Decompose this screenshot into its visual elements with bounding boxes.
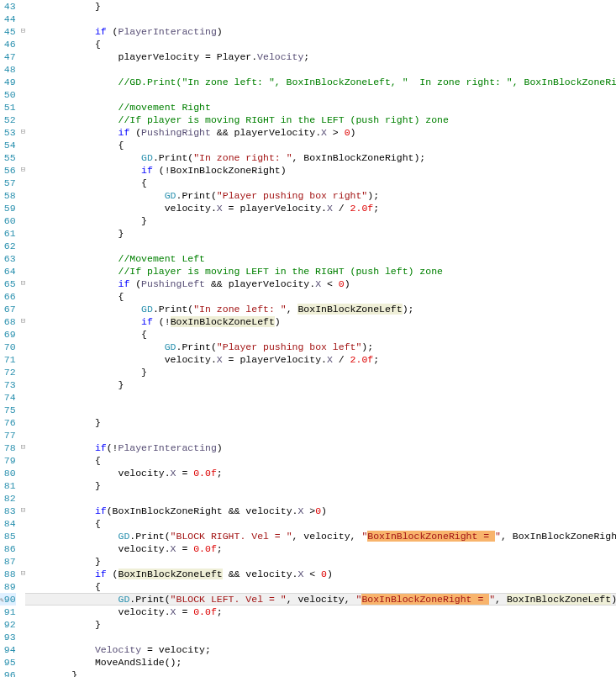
code-line[interactable]: {: [25, 38, 616, 50]
code-line[interactable]: [25, 391, 616, 404]
line-number[interactable]: 57: [0, 177, 16, 189]
line-number[interactable]: 52: [0, 114, 16, 126]
line-number[interactable]: 45: [0, 25, 16, 38]
code-line[interactable]: velocity.X = 0.0f;: [25, 542, 616, 555]
code-line[interactable]: {: [25, 177, 616, 189]
code-area[interactable]: } if (PlayerInteracting) { playerVelocit…: [25, 0, 616, 677]
code-line[interactable]: }: [25, 227, 616, 240]
code-line[interactable]: GD.Print("Player pushing box left");: [25, 341, 616, 353]
code-line[interactable]: velocity.X = 0.0f;: [25, 467, 616, 479]
code-line[interactable]: if (!BoxInBlockZoneLeft): [25, 315, 616, 328]
line-number-gutter[interactable]: 4344454647484950515253545556575859606162…: [0, 0, 21, 677]
code-line[interactable]: //movement Right: [25, 101, 616, 114]
line-number[interactable]: 83: [0, 505, 16, 517]
code-line[interactable]: GD.Print("In zone right: ", BoxInBlockZo…: [25, 151, 616, 164]
line-number[interactable]: 70: [0, 341, 16, 353]
line-number[interactable]: 48: [0, 63, 16, 76]
line-number[interactable]: 56: [0, 164, 16, 177]
code-line[interactable]: }: [25, 416, 616, 429]
code-line[interactable]: //If player is moving LEFT in the RIGHT …: [25, 265, 616, 278]
code-line[interactable]: if(!PlayerInteracting): [25, 442, 616, 454]
code-line[interactable]: playerVelocity = Player.Velocity;: [25, 50, 616, 63]
code-line[interactable]: GD.Print("BLOCK LEFT. Vel = ", velocity,…: [25, 593, 616, 606]
line-number[interactable]: 62: [0, 240, 16, 252]
code-line[interactable]: GD.Print("BLOCK RIGHT. Vel = ", velocity…: [25, 530, 616, 542]
line-number[interactable]: 67: [0, 303, 16, 315]
code-line[interactable]: {: [25, 290, 616, 303]
line-number[interactable]: 55: [0, 151, 16, 164]
line-number[interactable]: 93: [0, 631, 16, 643]
line-number[interactable]: 80: [0, 467, 16, 479]
line-number[interactable]: 50: [0, 88, 16, 101]
code-editor[interactable]: 4344454647484950515253545556575859606162…: [0, 0, 616, 677]
line-number[interactable]: 92: [0, 618, 16, 631]
code-line[interactable]: GD.Print("Player pushing box right");: [25, 189, 616, 202]
line-number[interactable]: 58: [0, 189, 16, 202]
line-number[interactable]: 43: [0, 0, 16, 13]
code-line[interactable]: if(BoxInBlockZoneRight && velocity.X >0): [25, 505, 616, 517]
code-line[interactable]: velocity.X = playerVelocity.X / 2.0f;: [25, 202, 616, 214]
code-line[interactable]: velocity.X = 0.0f;: [25, 606, 616, 618]
line-number[interactable]: 89: [0, 580, 16, 593]
line-number[interactable]: 54: [0, 139, 16, 151]
line-number[interactable]: 74: [0, 391, 16, 404]
code-line[interactable]: [25, 240, 616, 252]
line-number[interactable]: 82: [0, 492, 16, 505]
line-number[interactable]: ✎90: [0, 593, 16, 606]
line-number[interactable]: 94: [0, 643, 16, 656]
code-line[interactable]: {: [25, 454, 616, 467]
line-number[interactable]: 77: [0, 429, 16, 442]
line-number[interactable]: 71: [0, 353, 16, 366]
code-line[interactable]: [25, 404, 616, 416]
code-line[interactable]: {: [25, 328, 616, 341]
code-line[interactable]: }: [25, 378, 616, 391]
code-line[interactable]: [25, 631, 616, 643]
code-line[interactable]: [25, 63, 616, 76]
code-line[interactable]: if (BoxInBlockZoneLeft && velocity.X < 0…: [25, 568, 616, 580]
line-number[interactable]: 66: [0, 290, 16, 303]
line-number[interactable]: 87: [0, 555, 16, 568]
code-line[interactable]: }: [25, 618, 616, 631]
line-number[interactable]: 46: [0, 38, 16, 50]
code-line[interactable]: if (PushingLeft && playerVelocity.X < 0): [25, 278, 616, 290]
code-line[interactable]: }: [25, 0, 616, 13]
line-number[interactable]: 61: [0, 227, 16, 240]
code-line[interactable]: if (PushingRight && playerVelocity.X > 0…: [25, 126, 616, 139]
code-line[interactable]: MoveAndSlide();: [25, 656, 616, 669]
line-number[interactable]: 72: [0, 366, 16, 378]
code-line[interactable]: //If player is moving RIGHT in the LEFT …: [25, 114, 616, 126]
code-line[interactable]: [25, 88, 616, 101]
code-line[interactable]: if (!BoxInBlockZoneRight): [25, 164, 616, 177]
line-number[interactable]: 91: [0, 606, 16, 618]
line-number[interactable]: 63: [0, 252, 16, 265]
code-line[interactable]: {: [25, 580, 616, 593]
code-line[interactable]: GD.Print("In zone left: ", BoxInBlockZon…: [25, 303, 616, 315]
code-line[interactable]: Velocity = velocity;: [25, 643, 616, 656]
line-number[interactable]: 65: [0, 278, 16, 290]
code-line[interactable]: [25, 429, 616, 442]
line-number[interactable]: 73: [0, 378, 16, 391]
line-number[interactable]: 86: [0, 542, 16, 555]
line-number[interactable]: 59: [0, 202, 16, 214]
line-number[interactable]: 47: [0, 50, 16, 63]
code-line[interactable]: velocity.X = playerVelocity.X / 2.0f;: [25, 353, 616, 366]
line-number[interactable]: 78: [0, 442, 16, 454]
line-number[interactable]: 79: [0, 454, 16, 467]
line-number[interactable]: 88: [0, 568, 16, 580]
line-number[interactable]: 68: [0, 315, 16, 328]
code-line[interactable]: }: [25, 479, 616, 492]
code-line[interactable]: }: [25, 214, 616, 227]
line-number[interactable]: 60: [0, 214, 16, 227]
code-line[interactable]: if (PlayerInteracting): [25, 25, 616, 38]
code-line[interactable]: //Movement Left: [25, 252, 616, 265]
line-number[interactable]: 53: [0, 126, 16, 139]
code-line[interactable]: }: [25, 669, 616, 677]
code-line[interactable]: [25, 492, 616, 505]
code-line[interactable]: }: [25, 555, 616, 568]
line-number[interactable]: 85: [0, 530, 16, 542]
line-number[interactable]: 81: [0, 479, 16, 492]
line-number[interactable]: 51: [0, 101, 16, 114]
code-line[interactable]: }: [25, 366, 616, 378]
line-number[interactable]: 44: [0, 13, 16, 25]
code-line[interactable]: {: [25, 139, 616, 151]
